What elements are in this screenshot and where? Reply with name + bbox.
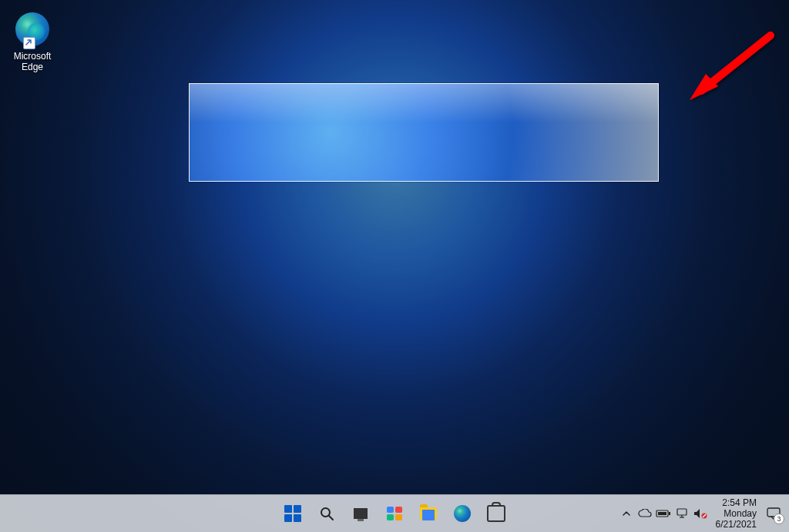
network-icon [676, 508, 688, 519]
windows-logo-icon [284, 505, 301, 522]
notifications-button[interactable]: 3 [764, 504, 783, 523]
chevron-up-icon [622, 509, 631, 518]
battery-icon [656, 509, 671, 518]
desktop[interactable]: Microsoft Edge [0, 0, 789, 532]
snap-layout-region[interactable] [189, 83, 659, 182]
search-button[interactable] [312, 499, 341, 528]
tray-network[interactable] [674, 506, 690, 521]
taskbar-center-group [278, 495, 511, 532]
taskbar-clock[interactable]: 2:54 PM Monday 6/21/2021 [713, 497, 760, 530]
svg-rect-5 [677, 509, 687, 515]
store-icon [487, 505, 505, 522]
taskbar: 2:54 PM Monday 6/21/2021 3 [0, 494, 789, 532]
volume-muted-icon [693, 508, 707, 519]
store-button[interactable] [482, 499, 511, 528]
tray-overflow-button[interactable] [619, 506, 634, 521]
edge-button[interactable] [448, 499, 477, 528]
tray-battery[interactable] [656, 506, 671, 521]
clock-day: Monday [716, 508, 757, 519]
widgets-button[interactable] [380, 499, 409, 528]
shortcut-arrow-icon [23, 37, 35, 49]
desktop-icon-microsoft-edge[interactable]: Microsoft Edge [5, 11, 60, 72]
dim-overlay [0, 0, 789, 532]
widgets-icon [387, 507, 402, 520]
tray-onedrive[interactable] [637, 506, 653, 521]
taskbar-right-group: 2:54 PM Monday 6/21/2021 3 [619, 495, 783, 532]
system-tray [619, 506, 708, 521]
cloud-icon [638, 509, 652, 518]
start-button[interactable] [278, 499, 307, 528]
edge-icon [14, 12, 51, 49]
svg-rect-3 [669, 512, 670, 515]
folder-icon [420, 507, 437, 520]
svg-line-1 [329, 516, 333, 520]
clock-date: 6/21/2021 [716, 519, 757, 530]
task-view-button[interactable] [346, 499, 375, 528]
desktop-icon-label: Microsoft Edge [5, 51, 60, 72]
svg-rect-4 [658, 512, 666, 515]
task-view-icon [354, 508, 368, 519]
edge-icon [454, 505, 471, 522]
notifications-count: 3 [774, 514, 784, 524]
clock-time: 2:54 PM [716, 497, 757, 508]
file-explorer-button[interactable] [414, 499, 443, 528]
tray-volume[interactable] [693, 506, 708, 521]
search-icon [319, 506, 334, 521]
